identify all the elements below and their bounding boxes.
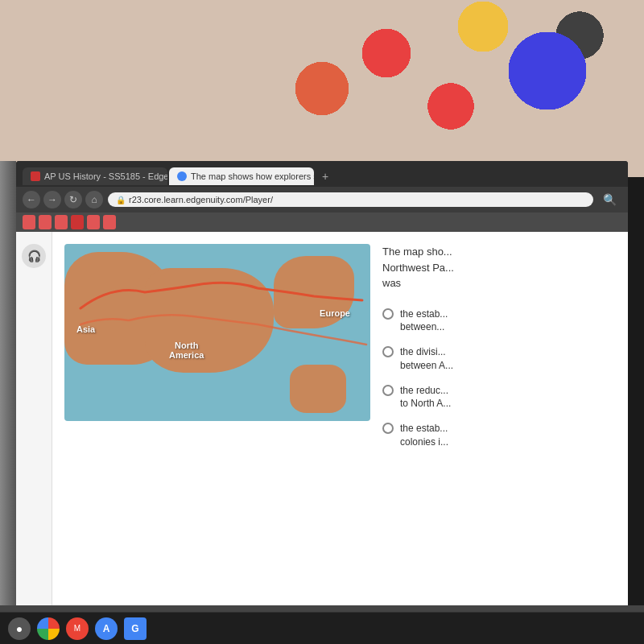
nav-buttons: ← → ↻ ⌂ <box>23 191 103 208</box>
question-text-content: The map sho...Northwest Pa...was <box>382 246 454 289</box>
bookmark-bar <box>16 213 628 232</box>
address-url: r23.core.learn.edgenuity.com/Player/ <box>129 195 273 204</box>
headphone-icon[interactable]: 🎧 <box>22 244 46 268</box>
tab-edgenuity[interactable]: AP US History - SS5185 - Edgenu ✕ <box>23 167 167 185</box>
taskbar-google-icon[interactable]: G <box>124 617 147 640</box>
radio-option-d[interactable] <box>382 423 394 434</box>
bookmark-btn-2[interactable] <box>39 215 52 229</box>
map-container: Asia North America Europe <box>64 244 370 610</box>
laptop-bottom-edge <box>0 605 644 612</box>
answer-text-a: the estab...between... <box>400 308 616 335</box>
bookmark-btn-4[interactable] <box>71 215 84 229</box>
forward-button[interactable]: → <box>43 191 61 208</box>
browser-chrome: AP US History - SS5185 - Edgenu ✕ The ma… <box>16 161 628 232</box>
asia-label: Asia <box>76 324 95 334</box>
address-bar[interactable]: 🔒 r23.core.learn.edgenuity.com/Player/ <box>108 192 593 207</box>
taskbar-chrome-icon[interactable] <box>37 617 60 640</box>
fabric-texture <box>0 0 644 177</box>
taskbar-circle-icon: ● <box>8 617 31 640</box>
bookmark-btn-6[interactable] <box>103 215 116 229</box>
tab-google[interactable]: The map shows how explorers s ✕ <box>169 167 314 185</box>
laptop-screen: AP US History - SS5185 - Edgenu ✕ The ma… <box>16 161 628 628</box>
content-body: Asia North America Europe The map sho...… <box>52 232 628 622</box>
main-content: Asia North America Europe The map sho...… <box>52 232 628 622</box>
background-photo <box>0 0 644 177</box>
browser-search-button[interactable]: 🔍 <box>598 192 621 208</box>
taskbar: ● M A G <box>0 612 644 644</box>
taskbar-google-a-icon[interactable]: A <box>95 617 118 640</box>
refresh-button[interactable]: ↻ <box>64 191 82 208</box>
question-area: The map sho...Northwest Pa...was the est… <box>378 232 628 622</box>
answer-text-c: the reduc...to North A... <box>400 384 616 411</box>
tab-bar: AP US History - SS5185 - Edgenu ✕ The ma… <box>16 161 628 187</box>
answer-option-d[interactable]: the estab...colonies i... <box>382 422 616 449</box>
address-bar-row: ← → ↻ ⌂ 🔒 r23.core.learn.edgenuity.com/P… <box>16 187 628 213</box>
back-button[interactable]: ← <box>23 191 40 208</box>
answer-option-b[interactable]: the divisi...between A... <box>382 345 616 373</box>
bookmark-btn-3[interactable] <box>55 215 68 229</box>
lock-icon: 🔒 <box>116 196 126 204</box>
taskbar-gmail-icon[interactable]: M <box>66 617 89 640</box>
north-america-label-line1: North <box>175 341 198 350</box>
sidebar: 🎧 <box>16 232 52 622</box>
route-svg <box>64 244 370 421</box>
north-america-label: North America <box>169 341 204 360</box>
radio-option-c[interactable] <box>382 385 394 396</box>
answer-option-a[interactable]: the estab...between... <box>382 308 616 335</box>
radio-option-b[interactable] <box>382 346 394 357</box>
page-content: 🎧 <box>16 232 628 622</box>
bookmark-btn-1[interactable] <box>23 215 35 229</box>
answer-text-d: the estab...colonies i... <box>400 422 616 449</box>
bookmark-btn-5[interactable] <box>87 215 100 229</box>
tab-label-google: The map shows how explorers s <box>191 171 314 181</box>
europe-label: Europe <box>320 308 350 318</box>
tab-label-edgenuity: AP US History - SS5185 - Edgenu <box>44 171 167 181</box>
map-image: Asia North America Europe <box>64 244 370 421</box>
tab-favicon-google <box>177 171 187 181</box>
tab-favicon-edgenuity <box>31 171 40 181</box>
answer-text-b: the divisi...between A... <box>400 345 616 373</box>
question-text: The map sho...Northwest Pa...was <box>382 244 616 291</box>
new-tab-button[interactable]: + <box>316 166 335 187</box>
laptop-left-edge <box>0 161 16 628</box>
north-america-label-line2: America <box>169 350 204 360</box>
home-button[interactable]: ⌂ <box>85 191 103 208</box>
answer-option-c[interactable]: the reduc...to North A... <box>382 384 616 411</box>
radio-option-a[interactable] <box>382 308 394 320</box>
